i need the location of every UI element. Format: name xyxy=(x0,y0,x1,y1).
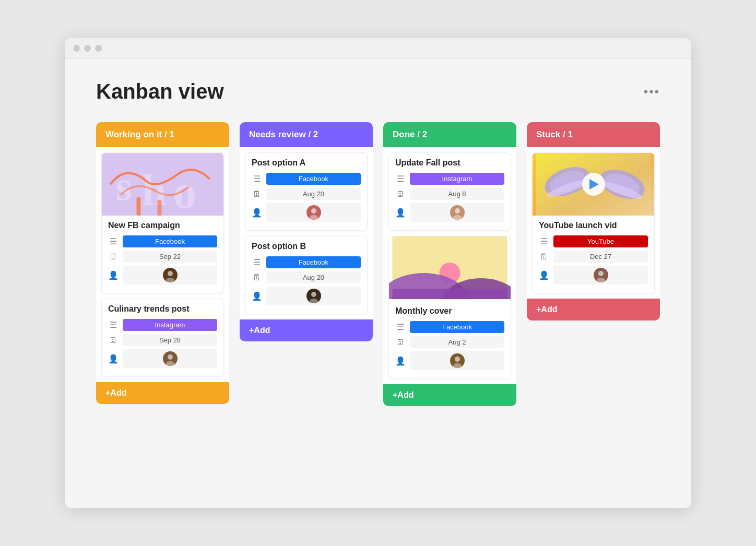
add-button-working[interactable]: +Add xyxy=(96,382,229,404)
person-icon: 👤 xyxy=(539,270,549,280)
card-platform-row: ☰ Facebook xyxy=(108,235,217,247)
person-icon: 👤 xyxy=(108,354,119,364)
card-title: Post option A xyxy=(252,158,361,168)
platform-icon: ☰ xyxy=(108,320,119,330)
card-platform-row: ☰ Facebook xyxy=(395,321,504,333)
dot-yellow xyxy=(84,45,91,52)
more-button[interactable]: ••• xyxy=(644,85,660,99)
svg-point-13 xyxy=(310,299,318,303)
card-content: New FB campaign ☰ Facebook 🗓 Sep 22 👤 xyxy=(102,216,223,293)
add-button-review[interactable]: +Add xyxy=(240,319,373,341)
avatar-wrap xyxy=(266,203,361,222)
card-date-row: 🗓 Aug 2 xyxy=(395,336,504,348)
avatar-wrap xyxy=(553,266,648,284)
card-date: Sep 28 xyxy=(123,334,217,346)
platform-tag: YouTube xyxy=(553,235,648,247)
card-platform-row: ☰ Instagram xyxy=(108,319,217,331)
avatar xyxy=(594,268,608,282)
avatar-wrap xyxy=(410,203,504,222)
col-body-review: Post option A ☰ Facebook 🗓 Aug 20 👤 xyxy=(240,147,373,319)
dot-red xyxy=(73,45,80,52)
card-date-row: 🗓 Aug 20 xyxy=(252,188,361,200)
card-card-fall[interactable]: Update Fall post ☰ Instagram 🗓 Aug 8 👤 xyxy=(388,152,511,231)
platform-icon: ☰ xyxy=(539,236,549,246)
avatar-wrap xyxy=(123,266,217,284)
card-date: Aug 20 xyxy=(266,188,361,200)
card-title: Update Fall post xyxy=(395,158,504,168)
platform-tag: Facebook xyxy=(266,173,361,185)
svg-point-21 xyxy=(455,357,460,362)
dot-green xyxy=(95,45,102,52)
card-date: Aug 2 xyxy=(410,336,504,348)
svg-point-9 xyxy=(166,361,174,366)
card-date-row: 🗓 Aug 20 xyxy=(252,271,361,283)
card-content: Update Fall post ☰ Instagram 🗓 Aug 8 👤 xyxy=(389,153,511,230)
card-assignee-row: 👤 xyxy=(539,266,648,284)
platform-icon: ☰ xyxy=(395,322,406,332)
card-card-yt[interactable]: YouTube launch vid ☰ YouTube 🗓 Dec 27 👤 xyxy=(532,152,655,293)
col-header-stuck: Stuck / 1 xyxy=(527,122,660,147)
calendar-icon: 🗓 xyxy=(108,252,119,262)
card-date: Aug 20 xyxy=(266,271,361,283)
avatar xyxy=(306,289,321,303)
svg-rect-4 xyxy=(137,197,141,216)
card-date: Dec 27 xyxy=(553,251,648,263)
svg-point-7 xyxy=(166,278,174,282)
avatar-wrap xyxy=(266,287,361,305)
column-done: Done / 2 Update Fall post ☰ Instagram 🗓 … xyxy=(383,122,516,406)
card-date-row: 🗓 Aug 8 xyxy=(395,188,504,200)
col-header-done: Done / 2 xyxy=(383,122,516,147)
add-button-done[interactable]: +Add xyxy=(383,384,516,406)
column-stuck: Stuck / 1 xyxy=(527,122,660,321)
svg-point-31 xyxy=(597,278,605,282)
calendar-icon: 🗓 xyxy=(108,336,119,345)
card-assignee-row: 👤 xyxy=(395,203,504,222)
card-content: Post option A ☰ Facebook 🗓 Aug 20 👤 xyxy=(245,153,367,230)
card-assignee-row: 👤 xyxy=(108,349,217,368)
app-window: Kanban view ••• Working on it / 1 s h o xyxy=(65,38,691,508)
card-content: YouTube launch vid ☰ YouTube 🗓 Dec 27 👤 xyxy=(533,216,654,293)
card-date-row: 🗓 Sep 22 xyxy=(108,251,217,263)
card-content: Monthly cover ☰ Facebook 🗓 Aug 2 👤 xyxy=(389,301,511,378)
svg-point-15 xyxy=(453,215,462,220)
svg-point-22 xyxy=(453,363,462,368)
card-assignee-row: 👤 xyxy=(252,287,361,305)
platform-icon: ☰ xyxy=(252,257,262,267)
svg-rect-5 xyxy=(158,200,162,216)
card-card-culinary[interactable]: Culinary trends post ☰ Instagram 🗓 Sep 2… xyxy=(101,299,224,377)
avatar-wrap xyxy=(123,349,217,368)
calendar-icon: 🗓 xyxy=(252,189,262,199)
play-button[interactable] xyxy=(582,173,605,196)
svg-point-12 xyxy=(311,292,316,297)
card-title: YouTube launch vid xyxy=(539,221,648,230)
avatar-wrap xyxy=(410,351,504,370)
svg-point-6 xyxy=(168,271,173,276)
platform-icon: ☰ xyxy=(108,236,119,246)
card-date: Aug 8 xyxy=(410,188,504,200)
titlebar xyxy=(65,38,691,59)
person-icon: 👤 xyxy=(108,270,119,280)
card-image-landscape xyxy=(389,236,511,299)
avatar xyxy=(450,353,465,368)
platform-tag: Facebook xyxy=(410,321,504,333)
card-card-fb[interactable]: s h o New FB campaign ☰ Facebook 🗓 xyxy=(101,152,224,293)
column-review: Needs review / 2 Post option A ☰ Faceboo… xyxy=(240,122,373,341)
calendar-icon: 🗓 xyxy=(395,338,406,347)
card-title: Post option B xyxy=(252,242,361,251)
page-header: Kanban view ••• xyxy=(96,80,660,103)
kanban-board: Working on it / 1 s h o New FB campaign xyxy=(96,122,660,406)
svg-point-10 xyxy=(311,208,316,213)
col-header-working: Working on it / 1 xyxy=(96,122,229,147)
card-card-monthly[interactable]: Monthly cover ☰ Facebook 🗓 Aug 2 👤 xyxy=(388,236,511,379)
col-body-working: s h o New FB campaign ☰ Facebook 🗓 xyxy=(96,147,229,382)
card-title: Monthly cover xyxy=(395,306,504,316)
svg-text:o: o xyxy=(173,166,197,216)
person-icon: 👤 xyxy=(395,356,406,366)
card-card-posta[interactable]: Post option A ☰ Facebook 🗓 Aug 20 👤 xyxy=(245,152,368,231)
card-date-row: 🗓 Sep 28 xyxy=(108,334,217,346)
card-card-postb[interactable]: Post option B ☰ Facebook 🗓 Aug 20 👤 xyxy=(245,236,368,314)
card-content: Post option B ☰ Facebook 🗓 Aug 20 👤 xyxy=(245,236,367,314)
platform-icon: ☰ xyxy=(252,174,262,184)
add-button-stuck[interactable]: +Add xyxy=(527,299,660,321)
calendar-icon: 🗓 xyxy=(395,189,406,199)
